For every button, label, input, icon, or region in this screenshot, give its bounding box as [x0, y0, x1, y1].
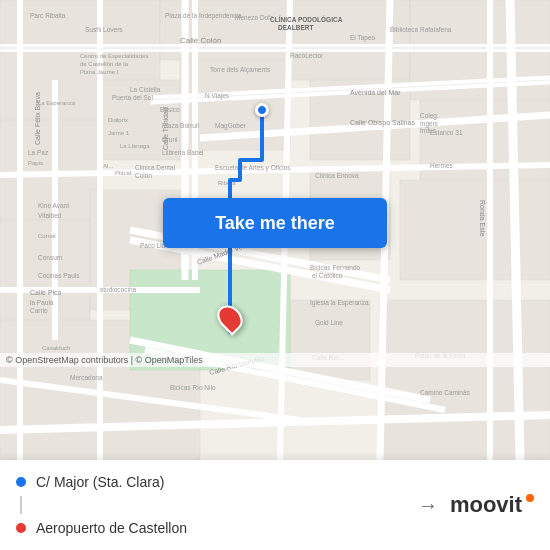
- svg-text:Al...: Al...: [103, 163, 114, 169]
- svg-text:Casalduch: Casalduch: [42, 345, 70, 351]
- svg-text:Indus: Indus: [420, 127, 437, 134]
- svg-text:Iglesia la Esperanza: Iglesia la Esperanza: [310, 299, 369, 307]
- svg-rect-17: [380, 300, 550, 460]
- destination-point: Aeropuerto de Castellon: [16, 520, 406, 536]
- svg-text:Plácid...: Plácid...: [115, 170, 137, 176]
- svg-text:Papis: Papis: [28, 160, 43, 166]
- destination-label: Aeropuerto de Castellon: [36, 520, 187, 536]
- svg-text:Calle Picó: Calle Picó: [30, 289, 62, 296]
- svg-text:Escuela de Artes y Oficios: Escuela de Artes y Oficios: [215, 164, 291, 172]
- svg-rect-16: [280, 300, 370, 380]
- arrow-right-icon: →: [418, 494, 438, 517]
- svg-text:El Tapeo: El Tapeo: [350, 34, 376, 42]
- svg-text:Clinica Dental: Clinica Dental: [135, 164, 176, 171]
- svg-text:Calle Colón: Calle Colón: [180, 36, 221, 45]
- svg-text:La Esperanza: La Esperanza: [38, 100, 76, 106]
- take-me-there-button[interactable]: Take me there: [163, 198, 387, 248]
- svg-text:Bàsico: Bàsico: [160, 106, 180, 113]
- moovit-brand-dot: [526, 494, 534, 502]
- svg-text:Carrio: Carrio: [30, 307, 48, 314]
- origin-marker: [255, 103, 269, 117]
- svg-text:DEALBERT: DEALBERT: [278, 24, 313, 31]
- route-connector: [20, 496, 22, 514]
- svg-rect-13: [400, 180, 550, 280]
- svg-text:studiococina: studiococina: [100, 286, 137, 293]
- svg-text:Gold Line: Gold Line: [315, 319, 343, 326]
- route-from-to: C/ Major (Sta. Clara) Aeropuerto de Cast…: [16, 474, 406, 536]
- destination-marker: [219, 304, 241, 332]
- svg-text:Hermes: Hermes: [430, 162, 454, 169]
- svg-text:Ribera: Ribera: [218, 180, 236, 186]
- svg-text:Menezo Dolz: Menezo Dolz: [235, 14, 274, 21]
- svg-text:Consum: Consum: [38, 254, 62, 261]
- svg-text:la Paula: la Paula: [30, 299, 54, 306]
- map-container: Calle Colón Avenida del Mar Calle Obispo…: [0, 0, 550, 460]
- svg-text:Plana Jaume I: Plana Jaume I: [80, 69, 119, 75]
- svg-text:La Cistella: La Cistella: [130, 86, 161, 93]
- svg-text:Centro de Especialidades: Centro de Especialidades: [80, 53, 148, 59]
- moovit-logo: moovit: [450, 492, 534, 518]
- svg-text:RacóLector: RacóLector: [290, 52, 324, 59]
- destination-dot: [16, 523, 26, 533]
- route-info: C/ Major (Sta. Clara) Aeropuerto de Cast…: [16, 474, 534, 536]
- svg-text:Bicicas Fernando: Bicicas Fernando: [310, 264, 361, 271]
- svg-text:Vitalbed: Vitalbed: [38, 212, 62, 219]
- svg-text:CLÍNICA PODOLÓGICA: CLÍNICA PODOLÓGICA: [270, 15, 343, 23]
- moovit-brand-text: moovit: [450, 492, 522, 518]
- svg-text:La Llenega: La Llenega: [120, 143, 150, 149]
- map-attribution: © OpenStreetMap contributors | © OpenMap…: [0, 353, 550, 367]
- svg-text:Camino Caminàs: Camino Caminàs: [420, 389, 471, 396]
- svg-text:Jaime 1: Jaime 1: [108, 130, 130, 136]
- svg-text:Llibreria Babel: Llibreria Babel: [162, 149, 204, 156]
- origin-dot: [16, 477, 26, 487]
- svg-text:Sushi Lovers: Sushi Lovers: [85, 26, 123, 33]
- svg-text:Mercadona: Mercadona: [70, 374, 103, 381]
- svg-text:Bicicas Río Nilo: Bicicas Río Nilo: [170, 384, 216, 391]
- svg-text:Kine Avant: Kine Avant: [38, 202, 69, 209]
- svg-text:N Viajes: N Viajes: [205, 92, 230, 100]
- bottom-bar: C/ Major (Sta. Clara) Aeropuerto de Cast…: [0, 460, 550, 550]
- svg-text:Clínica Ennova: Clínica Ennova: [315, 172, 359, 179]
- svg-text:Torre dels Alçaments: Torre dels Alçaments: [210, 66, 271, 74]
- svg-text:Puerta del Sol: Puerta del Sol: [112, 94, 153, 101]
- svg-text:Parc Ribalta: Parc Ribalta: [30, 12, 66, 19]
- svg-text:Cornal: Cornal: [38, 233, 56, 239]
- origin-point: C/ Major (Sta. Clara): [16, 474, 406, 490]
- svg-text:Avenida del Mar: Avenida del Mar: [350, 89, 401, 96]
- svg-text:Calle Obispo Salinas: Calle Obispo Salinas: [350, 119, 415, 127]
- svg-text:Druni: Druni: [162, 136, 178, 143]
- svg-text:Plaza Borrull: Plaza Borrull: [162, 122, 199, 129]
- svg-text:Cocinas Pauls: Cocinas Pauls: [38, 272, 80, 279]
- svg-text:La Paz: La Paz: [28, 149, 49, 156]
- svg-text:Biblioteca Rafalafena: Biblioteca Rafalafena: [390, 26, 452, 33]
- svg-text:Coleg.: Coleg.: [420, 112, 439, 120]
- svg-text:Ronda Este: Ronda Este: [479, 200, 486, 237]
- svg-text:Dialprix: Dialprix: [108, 117, 128, 123]
- origin-label: C/ Major (Sta. Clara): [36, 474, 164, 490]
- svg-text:MagGober: MagGober: [215, 122, 247, 130]
- svg-text:el Católico: el Católico: [312, 272, 343, 279]
- svg-text:Plaza de la Independencia: Plaza de la Independencia: [165, 12, 242, 20]
- svg-text:de Castellón de la: de Castellón de la: [80, 61, 129, 67]
- svg-text:Colón: Colón: [135, 172, 152, 179]
